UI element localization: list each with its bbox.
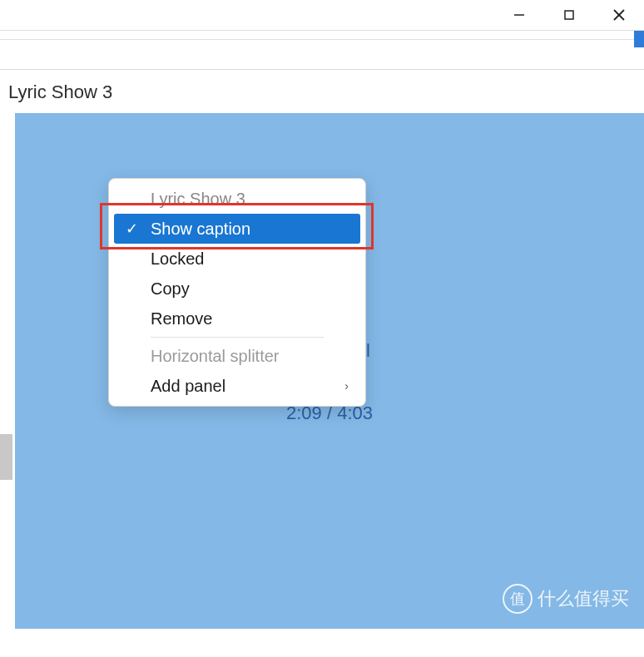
menu-separator: [151, 337, 324, 338]
menu-show-caption[interactable]: ✓ Show caption: [114, 214, 360, 244]
watermark-text: 什么值得买: [537, 586, 629, 611]
menu-item-label: Copy: [151, 279, 190, 299]
watermark: 值 什么值得买: [503, 584, 629, 614]
close-icon: [612, 8, 626, 22]
menu-locked[interactable]: Locked: [114, 244, 360, 274]
menu-item-label: Locked: [151, 249, 205, 269]
title-bar: [0, 0, 644, 30]
minimize-icon: [513, 9, 525, 21]
maximize-icon: [563, 9, 575, 21]
toolbar-divider: [0, 39, 644, 40]
menu-item-label: Horizontal splitter: [151, 347, 280, 366]
watermark-badge-icon: 值: [503, 584, 533, 614]
panel-title: Lyric Show 3: [0, 70, 644, 113]
menu-remove[interactable]: Remove: [114, 304, 360, 333]
menu-copy[interactable]: Copy: [114, 274, 360, 304]
check-icon: ✓: [126, 220, 138, 238]
context-menu: Lyric Show 3 ✓ Show caption Locked Copy …: [108, 178, 366, 407]
menu-item-label: Show caption: [151, 220, 250, 239]
menu-item-label: Add panel: [151, 377, 225, 396]
menu-item-label: Remove: [151, 309, 212, 328]
menu-add-panel[interactable]: Add panel ›: [114, 371, 360, 401]
minimize-button[interactable]: [494, 3, 544, 27]
chevron-right-icon: ›: [344, 379, 349, 393]
splitter-handle[interactable]: [0, 434, 12, 480]
maximize-button[interactable]: [544, 3, 594, 27]
menu-horizontal-splitter: Horizontal splitter: [114, 341, 360, 371]
menu-header: Lyric Show 3: [114, 184, 360, 214]
toolbar-strip: [0, 30, 644, 70]
menu-header-label: Lyric Show 3: [151, 190, 245, 209]
svg-rect-1: [565, 11, 573, 19]
close-button[interactable]: [594, 3, 644, 27]
